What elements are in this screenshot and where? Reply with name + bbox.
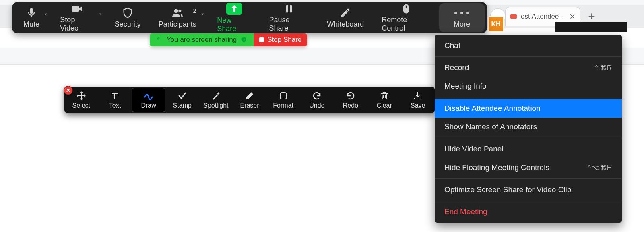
clear-button[interactable]: Clear — [367, 88, 401, 112]
new-share-label: New Share — [217, 16, 251, 33]
redo-button[interactable]: Redo — [334, 88, 367, 112]
menu-item-show-annotator-names[interactable]: Show Names of Annotators — [435, 118, 622, 136]
menu-separator — [435, 56, 622, 57]
svg-rect-2 — [286, 5, 288, 12]
format-label: Format — [273, 102, 293, 109]
share-screen-icon — [226, 3, 242, 15]
check-icon — [175, 91, 189, 101]
stop-icon — [259, 37, 264, 42]
menu-separator — [435, 97, 622, 97]
download-icon — [411, 91, 425, 101]
svg-rect-3 — [290, 5, 292, 12]
svg-rect-4 — [280, 93, 287, 99]
menu-item-meeting-info[interactable]: Meeting Info — [435, 77, 622, 95]
shield-icon — [120, 7, 136, 19]
save-button[interactable]: Save — [401, 88, 435, 112]
draw-icon — [142, 91, 155, 101]
menu-separator — [435, 138, 622, 138]
more-label: More — [454, 20, 470, 29]
mute-label: Mute — [23, 20, 39, 29]
move-icon — [74, 91, 88, 101]
svg-point-1 — [178, 10, 181, 12]
avatar: KH — [488, 16, 504, 32]
pause-share-label: Pause Share — [269, 16, 309, 33]
redo-label: Redo — [343, 102, 358, 109]
menu-shortcut: ^⌥⌘H — [588, 164, 612, 172]
whiteboard-button[interactable]: Whiteboard — [318, 3, 373, 32]
screen-sharing-text: You are screen sharing — [167, 36, 237, 44]
camera-icon — [510, 14, 517, 19]
video-thumbnail — [555, 22, 627, 32]
remote-control-label: Remote Control — [382, 16, 430, 33]
format-icon — [277, 91, 290, 101]
eraser-icon — [243, 91, 256, 101]
new-tab-button[interactable]: + — [586, 10, 598, 23]
text-tool[interactable]: Text — [98, 88, 132, 112]
clear-label: Clear — [376, 102, 392, 109]
eraser-tool[interactable]: Eraser — [233, 88, 266, 112]
participants-button[interactable]: Participants 2 — [150, 3, 205, 32]
broadcast-icon — [156, 37, 163, 43]
menu-label: Hide Video Panel — [444, 145, 503, 153]
menu-label: Meeting Info — [444, 82, 487, 91]
text-label: Text — [109, 102, 121, 109]
stamp-tool[interactable]: Stamp — [165, 88, 199, 112]
pencil-icon — [337, 7, 353, 19]
undo-label: Undo — [309, 102, 324, 109]
stop-share-button[interactable]: Stop Share — [254, 33, 307, 46]
menu-item-end-meeting[interactable]: End Meeting — [435, 203, 622, 221]
text-icon — [108, 91, 122, 101]
menu-item-hide-floating-controls[interactable]: Hide Floating Meeting Controls ^⌥⌘H — [435, 158, 622, 177]
draw-label: Draw — [141, 102, 156, 109]
menu-item-disable-attendee-annotation[interactable]: Disable Attendee Annotation — [435, 99, 622, 118]
menu-item-optimize-video-clip[interactable]: Optimize Screen Share for Video Clip — [435, 180, 622, 199]
select-tool[interactable]: Select — [64, 88, 98, 112]
wand-icon — [209, 91, 223, 101]
menu-item-record[interactable]: Record ⇧⌘R — [435, 58, 622, 77]
annotation-toolbar: ✕ Select Text Draw Stamp Spotlight — [64, 87, 435, 113]
menu-item-chat[interactable]: Chat — [435, 36, 622, 55]
remote-control-button[interactable]: Remote Control — [373, 3, 439, 32]
participants-icon — [169, 7, 186, 19]
menu-separator — [435, 178, 622, 179]
close-icon[interactable]: × — [570, 11, 575, 22]
more-button[interactable]: More — [439, 3, 485, 32]
trash-icon — [378, 91, 391, 101]
select-label: Select — [72, 102, 90, 109]
redo-icon — [344, 91, 357, 101]
mute-button[interactable]: Mute — [14, 3, 48, 32]
menu-label: Record — [444, 63, 469, 72]
more-menu: Chat Record ⇧⌘R Meeting Info Disable Att… — [435, 35, 622, 223]
participants-count: 2 — [193, 7, 196, 14]
pause-icon — [281, 3, 297, 14]
meeting-toolbar: Mute Stop Video Security Participants 2 … — [12, 2, 487, 33]
screen-sharing-status[interactable]: You are screen sharing — [150, 33, 254, 46]
format-tool[interactable]: Format — [266, 88, 300, 112]
stop-video-button[interactable]: Stop Video — [51, 3, 103, 32]
stamp-label: Stamp — [173, 102, 192, 109]
security-label: Security — [115, 20, 141, 29]
eraser-label: Eraser — [240, 102, 259, 109]
participants-label: Participants — [159, 20, 196, 29]
shield-check-icon — [241, 37, 247, 43]
tab-title: ost Attendee - — [521, 12, 563, 21]
save-label: Save — [411, 102, 425, 109]
video-icon — [69, 3, 85, 14]
security-button[interactable]: Security — [106, 3, 150, 32]
undo-icon — [310, 91, 324, 101]
undo-button[interactable]: Undo — [300, 88, 334, 112]
microphone-icon — [23, 7, 39, 19]
pause-share-button[interactable]: Pause Share — [260, 3, 318, 32]
menu-label: Disable Attendee Annotation — [444, 104, 541, 113]
menu-shortcut: ⇧⌘R — [594, 64, 612, 72]
stop-video-label: Stop Video — [60, 16, 94, 33]
spotlight-tool[interactable]: Spotlight — [199, 88, 233, 112]
svg-point-0 — [174, 9, 178, 13]
menu-separator — [435, 201, 622, 201]
menu-label: Chat — [444, 41, 460, 50]
whiteboard-label: Whiteboard — [327, 20, 364, 29]
draw-tool[interactable]: Draw — [132, 88, 165, 112]
new-share-button[interactable]: New Share — [208, 3, 260, 32]
menu-item-hide-video-panel[interactable]: Hide Video Panel — [435, 140, 622, 158]
screen-sharing-bar: You are screen sharing Stop Share — [150, 33, 307, 46]
